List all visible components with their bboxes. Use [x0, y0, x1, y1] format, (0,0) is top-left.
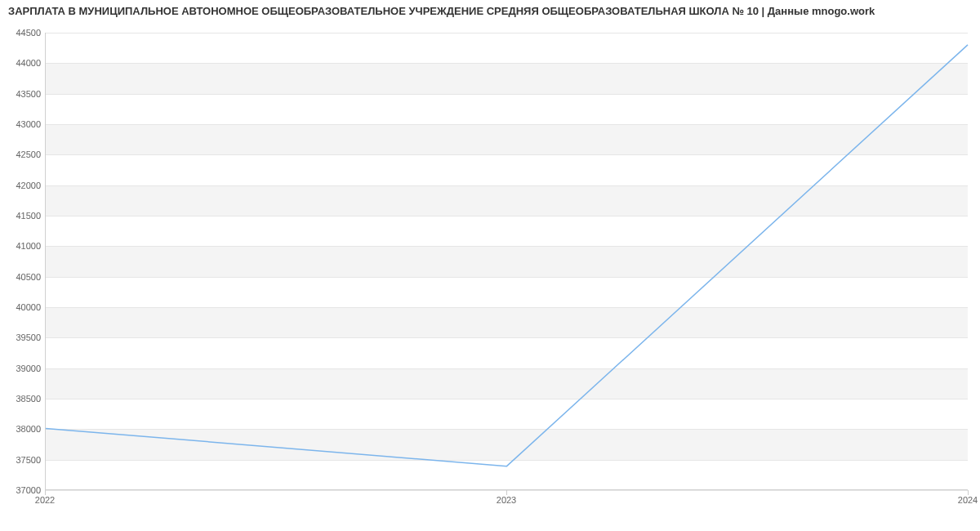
y-tick-label: 40500 — [8, 272, 41, 282]
y-tick-label: 38500 — [8, 394, 41, 404]
y-tick-label: 37000 — [8, 485, 41, 495]
y-tick-label: 39500 — [8, 332, 41, 342]
y-tick-label: 41000 — [8, 241, 41, 251]
y-tick-label: 42000 — [8, 181, 41, 190]
y-tick-label: 42500 — [8, 149, 41, 159]
y-tick-label: 43500 — [8, 89, 41, 99]
x-tick-label: 2024 — [958, 495, 978, 505]
x-tick-label: 2023 — [497, 495, 516, 505]
x-tick-label: 2022 — [35, 495, 55, 505]
y-tick-label: 43000 — [8, 119, 41, 129]
y-tick-label: 39000 — [8, 364, 41, 373]
plot-area — [45, 33, 968, 490]
y-tick-label: 41500 — [8, 211, 41, 221]
line-layer — [46, 33, 968, 489]
x-tick — [45, 490, 46, 495]
x-tick — [968, 490, 969, 495]
y-tick-label: 44500 — [8, 28, 41, 38]
y-tick-label: 38000 — [8, 424, 41, 434]
y-tick-label: 37500 — [8, 455, 41, 465]
series-line — [46, 45, 968, 466]
y-tick-label: 40000 — [8, 302, 41, 312]
chart-container: ЗАРПЛАТА В МУНИЦИПАЛЬНОЕ АВТОНОМНОЕ ОБЩЕ… — [0, 0, 980, 531]
y-tick-label: 44000 — [8, 58, 41, 68]
chart-title: ЗАРПЛАТА В МУНИЦИПАЛЬНОЕ АВТОНОМНОЕ ОБЩЕ… — [8, 5, 875, 17]
x-tick — [506, 490, 507, 495]
